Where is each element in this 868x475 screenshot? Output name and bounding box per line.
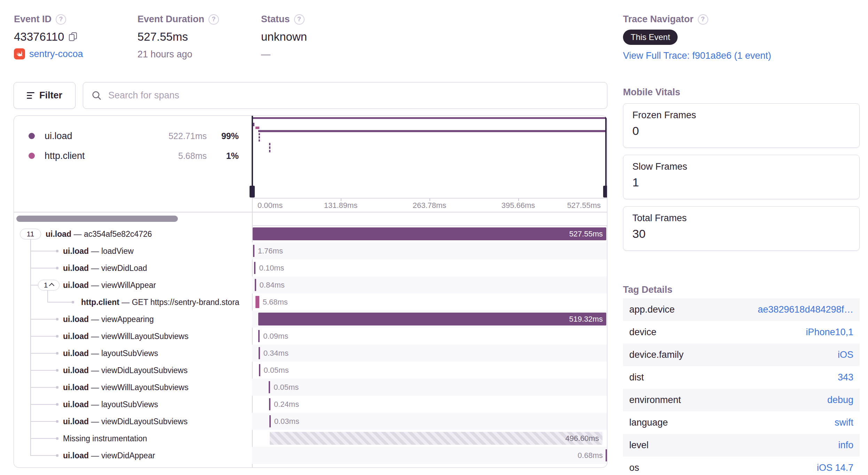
span-duration-cell[interactable]: 0.84ms <box>252 276 607 293</box>
span-duration-cell[interactable]: 0.68ms <box>252 447 607 464</box>
span-duration-cell[interactable]: 0.34ms <box>252 345 607 362</box>
span-collapse-pill[interactable]: 1 <box>38 280 60 290</box>
span-duration-cell[interactable]: 527.55ms <box>252 225 607 242</box>
view-full-trace-link[interactable]: View Full Trace: f901a8e6 (1 event) <box>623 50 771 61</box>
tag-value-link[interactable]: swift <box>835 417 853 428</box>
span-tree-cell[interactable]: ui.load — viewWillLayoutSubviews <box>14 379 252 396</box>
span-duration-cell[interactable]: 519.32ms <box>252 311 607 328</box>
span-tick[interactable] <box>259 347 260 359</box>
tag-key: environment <box>629 395 681 405</box>
legend-op-name: http.client <box>45 151 85 161</box>
span-duration-label: 0.09ms <box>263 332 288 341</box>
tag-value-link[interactable]: iOS <box>838 349 853 360</box>
span-duration-cell[interactable]: 0.05ms <box>252 379 607 396</box>
span-tree-cell[interactable]: ui.load — viewWillLayoutSubviews <box>14 328 252 345</box>
span-description: — viewDidLayoutSubviews <box>89 417 188 426</box>
legend-item[interactable]: ui.load522.71ms99% <box>14 126 252 146</box>
span-duration-cell[interactable]: 5.68ms <box>252 293 607 311</box>
span-row[interactable]: 1ui.load — viewWillAppear0.84ms <box>14 276 607 293</box>
span-row[interactable]: ui.load — viewDidLayoutSubviews0.05ms <box>14 362 607 379</box>
span-tick[interactable] <box>258 330 260 342</box>
span-tree-cell[interactable]: http.client — GET https://sentry-brand.s… <box>14 293 252 311</box>
tree-connector <box>30 387 56 388</box>
minimap-left-handle[interactable] <box>250 186 255 198</box>
tree-trunk-line <box>30 447 31 456</box>
axis-tick-label: 0.00ms <box>258 201 283 210</box>
span-row[interactable]: Missing instrumentation496.60ms <box>14 430 607 447</box>
minimap-right-handle[interactable] <box>603 186 607 198</box>
span-tick[interactable] <box>254 262 255 274</box>
span-tick[interactable] <box>269 381 270 393</box>
span-bar[interactable]: 519.32ms <box>258 313 606 325</box>
span-duration-cell[interactable]: 0.24ms <box>252 396 607 413</box>
span-bar[interactable]: 527.55ms <box>253 227 606 240</box>
tag-value-link[interactable]: iPhone10,1 <box>806 327 853 338</box>
filter-button[interactable]: Filter <box>14 82 76 109</box>
span-row[interactable]: ui.load — viewDidLoad0.10ms <box>14 259 607 276</box>
event-id-column: Event ID ? 43376110 sentry-cocoa <box>14 14 83 59</box>
copy-icon[interactable] <box>69 32 78 41</box>
span-duration-cell[interactable]: 496.60ms <box>252 430 607 447</box>
span-row[interactable]: 11ui.load — ac354af5e82c4726527.55ms <box>14 225 607 242</box>
span-description: — ac354af5e82c4726 <box>71 229 152 238</box>
tag-value-link[interactable]: 343 <box>838 372 853 383</box>
span-tree-cell[interactable]: ui.load — layoutSubViews <box>14 345 252 362</box>
span-duration-cell[interactable]: 0.03ms <box>252 413 607 430</box>
legend-item[interactable]: http.client5.68ms1% <box>14 146 252 166</box>
span-tree-cell[interactable]: 11ui.load — ac354af5e82c4726 <box>14 225 252 242</box>
span-row[interactable]: ui.load — loadView1.76ms <box>14 242 607 259</box>
span-tree-cell[interactable]: ui.load — layoutSubViews <box>14 396 252 413</box>
span-tree-cell[interactable]: ui.load — viewDidLayoutSubviews <box>14 413 252 430</box>
span-tick[interactable] <box>269 415 271 427</box>
tag-value-link[interactable]: ae3829618d484298f… <box>758 304 853 315</box>
span-tick[interactable] <box>255 279 256 291</box>
minimap-left-edge[interactable] <box>252 116 253 186</box>
span-tree-cell[interactable]: ui.load — viewAppearing <box>14 311 252 328</box>
span-tree-cell[interactable]: 1ui.load — viewWillAppear <box>14 276 252 293</box>
span-duration-cell[interactable]: 0.10ms <box>252 259 607 276</box>
search-input[interactable] <box>108 90 599 101</box>
span-tick[interactable] <box>253 245 254 257</box>
span-row[interactable]: ui.load — viewWillLayoutSubviews0.05ms <box>14 379 607 396</box>
span-tick[interactable] <box>269 398 270 410</box>
tag-row: device.familyiOS <box>623 344 860 366</box>
minimap-right-edge[interactable] <box>605 116 607 186</box>
span-row[interactable]: ui.load — viewDidLayoutSubviews0.03ms <box>14 413 607 430</box>
minimap-span-mark <box>259 133 260 135</box>
span-row[interactable]: ui.load — viewDidAppear0.68ms <box>14 447 607 464</box>
span-duration-label: 0.34ms <box>263 349 289 358</box>
span-tree-cell[interactable]: ui.load — viewDidLayoutSubviews <box>14 362 252 379</box>
tag-value-link[interactable]: info <box>838 440 853 451</box>
help-icon[interactable]: ? <box>56 14 66 25</box>
tree-connector <box>47 302 72 303</box>
project-link[interactable]: sentry-cocoa <box>29 49 83 59</box>
tree-trunk-line <box>30 396 31 413</box>
tag-value-link[interactable]: iOS 14.7 <box>817 462 853 473</box>
span-row[interactable]: ui.load — layoutSubViews0.24ms <box>14 396 607 413</box>
span-tree-cell[interactable]: Missing instrumentation <box>14 430 252 447</box>
span-duration-cell[interactable]: 1.76ms <box>252 242 607 259</box>
legend-percent: 1% <box>226 151 239 161</box>
span-tree-cell[interactable]: ui.load — loadView <box>14 242 252 259</box>
missing-instrumentation-bar[interactable]: 496.60ms <box>270 432 602 445</box>
tree-trunk-line <box>30 239 31 242</box>
span-row[interactable]: ui.load — layoutSubViews0.34ms <box>14 345 607 362</box>
span-count-pill[interactable]: 11 <box>20 228 41 239</box>
tag-value-link[interactable]: debug <box>827 395 853 405</box>
tree-connector-dot <box>56 437 58 440</box>
tag-key: device.family <box>629 349 684 360</box>
horizontal-scrollbar[interactable] <box>16 216 178 222</box>
help-icon[interactable]: ? <box>294 14 305 25</box>
span-tick[interactable] <box>259 364 260 376</box>
help-icon[interactable]: ? <box>208 14 219 25</box>
span-tree-cell[interactable]: ui.load — viewDidAppear <box>14 447 252 464</box>
span-row[interactable]: ui.load — viewWillLayoutSubviews0.09ms <box>14 328 607 345</box>
span-row[interactable]: http.client — GET https://sentry-brand.s… <box>14 293 607 311</box>
span-row[interactable]: ui.load — viewAppearing519.32ms <box>14 311 607 328</box>
span-duration-cell[interactable]: 0.05ms <box>252 362 607 379</box>
help-icon[interactable]: ? <box>698 14 708 25</box>
span-tick[interactable] <box>255 296 259 308</box>
span-tree-cell[interactable]: ui.load — viewDidLoad <box>14 259 252 276</box>
span-tick[interactable] <box>606 449 607 461</box>
span-duration-cell[interactable]: 0.09ms <box>252 328 607 345</box>
